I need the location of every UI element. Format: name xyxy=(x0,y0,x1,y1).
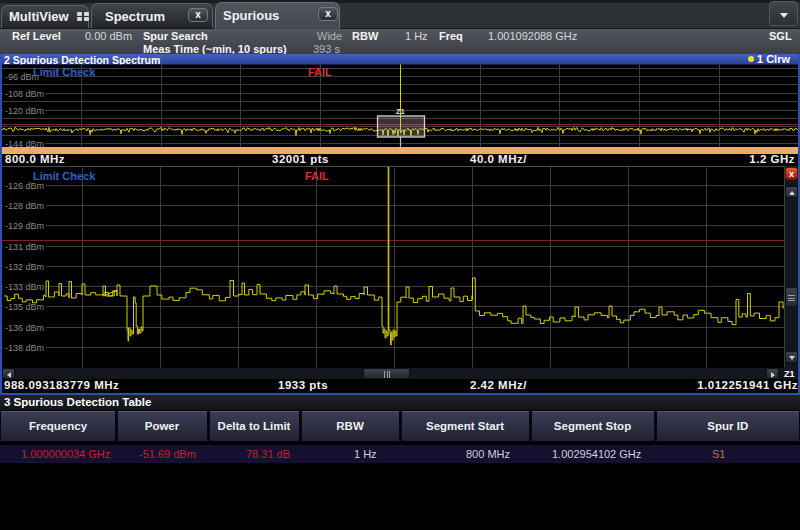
svg-text:Z1: Z1 xyxy=(396,107,405,116)
svg-text:-138 dBm: -138 dBm xyxy=(5,343,44,353)
svg-text:-135 dBm: -135 dBm xyxy=(5,302,44,312)
svg-text:-129 dBm: -129 dBm xyxy=(5,221,44,231)
svg-text:Limit Check: Limit Check xyxy=(33,170,96,182)
svg-text:-131 dBm: -131 dBm xyxy=(5,242,44,252)
svg-text:FAIL: FAIL xyxy=(305,170,329,182)
svg-text:FAIL: FAIL xyxy=(308,66,332,78)
svg-text:Limit Check: Limit Check xyxy=(33,66,96,78)
svg-text:-126 dBm: -126 dBm xyxy=(5,181,44,191)
svg-text:-120 dBm: -120 dBm xyxy=(5,106,44,116)
svg-text:-108 dBm: -108 dBm xyxy=(5,89,44,99)
svg-text:-132 dBm: -132 dBm xyxy=(5,262,44,272)
svg-text:-133 dBm: -133 dBm xyxy=(5,282,44,292)
svg-text:-128 dBm: -128 dBm xyxy=(5,201,44,211)
svg-text:-136 dBm: -136 dBm xyxy=(5,323,44,333)
